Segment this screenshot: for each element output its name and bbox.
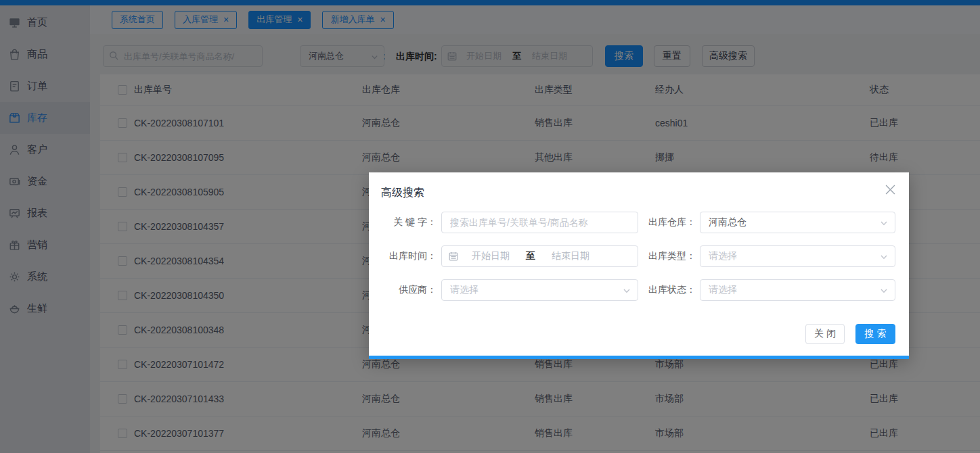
modal-end-date-placeholder[interactable]: 结束日期 (552, 250, 589, 262)
modal-type-placeholder: 请选择 (709, 250, 737, 262)
modal-status-label: 出库状态： (638, 284, 696, 296)
modal-date-range-picker[interactable]: 开始日期 至 结束日期 (441, 245, 638, 267)
modal-warehouse-label: 出库仓库： (638, 216, 696, 229)
keyword-field (441, 212, 638, 233)
modal-close-button[interactable]: 关 闭 (805, 324, 845, 344)
chevron-down-icon (880, 287, 888, 295)
advanced-search-modal: 高级搜索 关 键 字： 出库仓库： 河南总仓 出库时间： 开始日期 至 结束日期… (369, 172, 909, 359)
modal-warehouse-value: 河南总仓 (709, 216, 747, 229)
chevron-down-icon (880, 253, 888, 261)
modal-type-select[interactable]: 请选择 (700, 245, 895, 267)
keyword-label: 关 键 字： (369, 216, 437, 229)
modal-title: 高级搜索 (381, 186, 424, 200)
modal-supplier-label: 供应商： (369, 284, 437, 296)
modal-date-range-separator: 至 (526, 250, 535, 262)
modal-type-label: 出库类型： (638, 250, 696, 262)
modal-time-label: 出库时间： (369, 250, 437, 262)
calendar-icon (449, 252, 458, 261)
keyword-input[interactable] (442, 212, 638, 233)
chevron-down-icon (880, 219, 888, 227)
modal-status-placeholder: 请选择 (709, 284, 737, 296)
modal-status-select[interactable]: 请选择 (700, 279, 895, 301)
modal-supplier-placeholder: 请选择 (450, 284, 478, 296)
modal-warehouse-select[interactable]: 河南总仓 (700, 212, 895, 233)
chevron-down-icon (623, 287, 631, 295)
close-icon[interactable] (885, 185, 895, 195)
modal-start-date-placeholder[interactable]: 开始日期 (472, 250, 510, 262)
modal-supplier-select[interactable]: 请选择 (441, 279, 638, 301)
modal-search-button[interactable]: 搜 索 (855, 324, 895, 344)
